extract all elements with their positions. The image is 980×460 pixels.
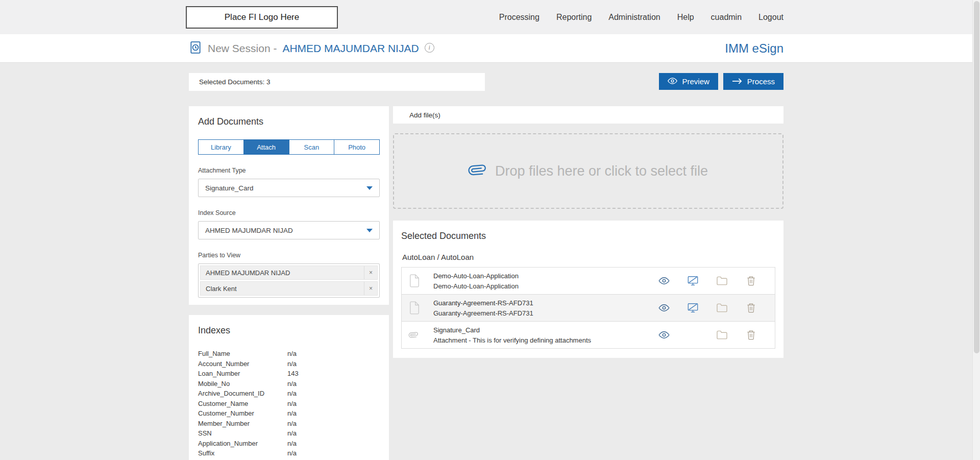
index-row: Application_Numbern/a: [198, 439, 380, 449]
chevron-down-icon: [366, 229, 373, 232]
document-row: Guaranty-Agreement-RS-AFD731 Guaranty-Ag…: [401, 294, 775, 322]
index-row: SSNn/a: [198, 428, 380, 439]
remote-display-icon[interactable]: [678, 275, 707, 286]
process-button[interactable]: Process: [723, 73, 783, 90]
document-subtitle: Attachment - This is for verifying defin…: [433, 336, 649, 344]
attachment-type-label: Attachment Type: [198, 167, 380, 174]
add-documents-title: Add Documents: [198, 116, 380, 127]
selected-documents-title: Selected Documents: [401, 231, 775, 241]
document-row: Signature_Card Attachment - This is for …: [401, 321, 775, 349]
attachment-type-select[interactable]: Signature_Card: [198, 179, 380, 197]
document-subtitle: Demo-Auto-Loan-Application: [433, 282, 649, 290]
indexes-panel: Indexes Full_Namen/a Account_Numbern/a L…: [189, 315, 389, 460]
remove-party-icon[interactable]: ×: [364, 282, 377, 295]
folder-icon[interactable]: [707, 302, 737, 313]
delete-document-icon[interactable]: [737, 302, 766, 313]
paperclip-icon: [469, 159, 486, 183]
folder-icon[interactable]: [707, 329, 737, 341]
preview-button[interactable]: Preview: [659, 73, 718, 90]
brand-logo-text: IMM eSign: [725, 41, 783, 56]
index-source-label: Index Source: [198, 209, 380, 216]
document-title: Demo-Auto-Loan-Application: [433, 272, 649, 280]
tab-photo[interactable]: Photo: [334, 140, 379, 154]
parties-to-view-list: AHMED MAJUMDAR NIJAD × Clark Kent ×: [198, 263, 380, 298]
party-item: AHMED MAJUMDAR NIJAD ×: [200, 265, 378, 280]
file-icon: [409, 274, 433, 288]
remote-display-icon[interactable]: [678, 302, 707, 313]
index-name: Full_Name: [198, 349, 287, 359]
index-name: Mobile_No: [198, 379, 287, 389]
nav-reporting[interactable]: Reporting: [556, 13, 592, 22]
nav-processing[interactable]: Processing: [499, 13, 540, 22]
toolbar-row: Selected Documents: 3 Preview: [189, 73, 783, 91]
view-document-icon[interactable]: [649, 275, 678, 286]
index-value: n/a: [287, 428, 297, 439]
view-document-icon[interactable]: [649, 329, 678, 341]
index-name: Archive_Document_ID: [198, 389, 287, 399]
index-row: Archive_Document_IDn/a: [198, 389, 380, 399]
delete-document-icon[interactable]: [737, 329, 766, 341]
preview-eye-icon: [668, 77, 677, 86]
main-nav: Processing Reporting Administration Help…: [499, 13, 783, 22]
selected-documents-panel: Selected Documents AutoLoan / AutoLoan: [393, 221, 783, 358]
index-value: n/a: [287, 439, 297, 449]
attachment-type-value: Signature_Card: [205, 184, 254, 192]
index-name: Application_Number: [198, 439, 287, 449]
index-name: Loan_Number: [198, 369, 287, 379]
index-name: Member_Number: [198, 419, 287, 429]
tab-library[interactable]: Library: [199, 140, 244, 154]
index-row: Customer_Numbern/a: [198, 408, 380, 419]
party-name: AHMED MAJUMDAR NIJAD: [201, 269, 290, 277]
index-value: n/a: [287, 379, 297, 389]
index-value: n/a: [287, 408, 297, 419]
indexes-list: Full_Namen/a Account_Numbern/a Loan_Numb…: [198, 349, 380, 460]
paperclip-icon: [409, 328, 433, 342]
document-subtitle: Guaranty-Agreement-RS-AFD731: [433, 309, 649, 317]
tab-attach[interactable]: Attach: [244, 140, 289, 154]
index-name: Age: [198, 458, 287, 460]
nav-administration[interactable]: Administration: [608, 13, 660, 22]
document-list: Demo-Auto-Loan-Application Demo-Auto-Loa…: [401, 267, 775, 349]
selected-documents-summary: Selected Documents: 3: [189, 73, 485, 91]
index-source-value: AHMED MAJUMDAR NIJAD: [205, 227, 293, 234]
nav-user-cuadmin[interactable]: cuadmin: [711, 13, 742, 22]
document-title: Guaranty-Agreement-RS-AFD731: [433, 299, 649, 307]
index-value: n/a: [287, 359, 297, 369]
file-icon: [409, 301, 433, 315]
dropzone-text: Drop files here or click to select file: [495, 163, 708, 179]
party-item: Clark Kent ×: [200, 281, 378, 296]
index-row: Suffixn/a: [198, 448, 380, 458]
chevron-down-icon: [366, 186, 373, 190]
nav-logout[interactable]: Logout: [758, 13, 783, 22]
process-arrow-icon: [732, 77, 743, 86]
document-title: Signature_Card: [433, 326, 649, 334]
index-value: n/a: [287, 458, 297, 460]
index-name: Suffix: [198, 448, 287, 458]
tab-scan[interactable]: Scan: [289, 140, 335, 154]
session-document-icon: [189, 41, 202, 56]
file-dropzone[interactable]: Drop files here or click to select file: [393, 133, 783, 209]
index-source-select[interactable]: AHMED MAJUMDAR NIJAD: [198, 221, 380, 239]
indexes-title: Indexes: [198, 325, 380, 336]
add-documents-tabs: Library Attach Scan Photo: [198, 139, 380, 155]
action-placeholder: [678, 329, 707, 341]
session-customer-name: AHMED MAJUMDAR NIJAD: [282, 42, 419, 55]
scrollbar-thumb[interactable]: [974, 1, 979, 353]
add-files-bar: Add file(s): [393, 106, 783, 124]
top-navbar: Place FI Logo Here Processing Reporting …: [0, 0, 972, 34]
index-name: Customer_Name: [198, 399, 287, 409]
document-row: Demo-Auto-Loan-Application Demo-Auto-Loa…: [401, 267, 775, 295]
info-icon[interactable]: i: [425, 43, 434, 53]
session-header: New Session - AHMED MAJUMDAR NIJAD i IMM…: [0, 34, 972, 63]
vertical-scrollbar[interactable]: [972, 0, 980, 460]
delete-document-icon[interactable]: [737, 275, 766, 286]
folder-icon[interactable]: [707, 275, 737, 286]
process-button-label: Process: [747, 77, 775, 86]
view-document-icon[interactable]: [649, 302, 678, 313]
nav-help[interactable]: Help: [677, 13, 694, 22]
index-value: n/a: [287, 448, 297, 458]
fi-logo-placeholder: Place FI Logo Here: [186, 6, 338, 29]
document-group-label: AutoLoan / AutoLoan: [402, 253, 775, 261]
index-value: n/a: [287, 349, 297, 359]
remove-party-icon[interactable]: ×: [364, 266, 377, 279]
